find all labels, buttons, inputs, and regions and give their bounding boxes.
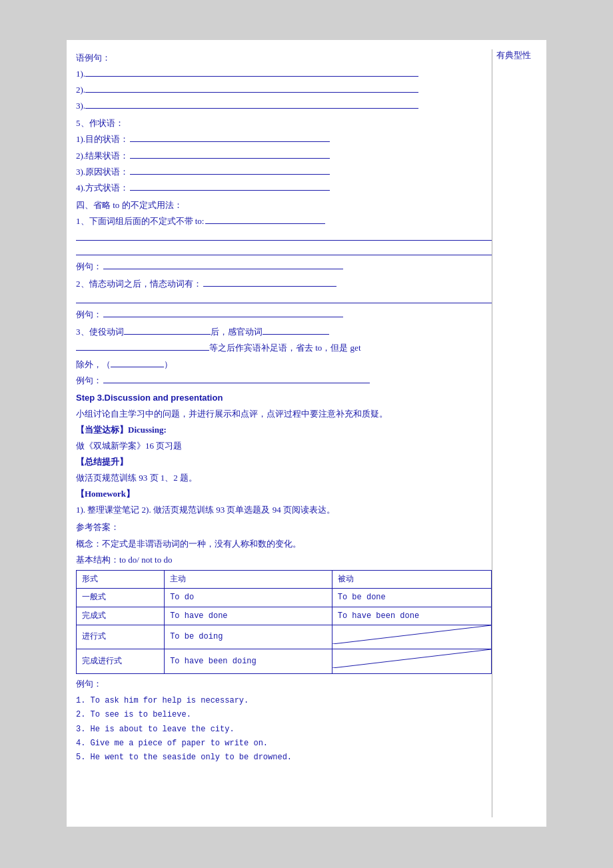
table-row-4-form: 完成进行式 [77, 649, 165, 673]
s5-item-2: 2).结果状语： [76, 149, 492, 163]
example-5: 5. He went to the seaside only to be dro… [76, 751, 492, 764]
table-row-4: 完成进行式 To have been doing [77, 649, 492, 673]
zongjie-desc-row: 做活页规范训练 93 页 1、2 题。 [76, 471, 492, 485]
slash-svg-2 [332, 649, 491, 668]
liju2-row: 例句： [76, 307, 492, 322]
zongjie-row: 【总结提升】 [76, 455, 492, 469]
concept-desc: 概念：不定式是非谓语动词的一种，没有人称和数的变化。 [76, 537, 301, 551]
step3-title: Step 3.Discussion and presentation [76, 391, 223, 405]
homework-label: 【Homework】 [76, 487, 135, 501]
s4-line-2 [76, 246, 492, 255]
s5-item-1-underline [130, 133, 330, 142]
item-2-underline [85, 83, 418, 93]
structure-row: 基本结构：to do/ not to do [76, 553, 492, 567]
table-header-passive: 被动 [332, 570, 491, 588]
s5-label: 5、作状语： [76, 116, 124, 131]
s5-item-3: 3).原因状语： [76, 165, 492, 179]
sidebar-label: 有典型性 [496, 50, 531, 60]
s4-2-line [76, 294, 492, 303]
liju3-row: 例句： [76, 373, 492, 388]
zongjie-desc: 做活页规范训练 93 页 1、2 题。 [76, 471, 197, 485]
homework-row: 【Homework】 [76, 487, 492, 501]
s4-3-post: 等之后作宾语补足语，省去 to，但是 get [209, 341, 361, 355]
table-row-3-form: 进行式 [77, 625, 165, 649]
svg-line-1 [332, 649, 491, 668]
yuliju-label: 语例句： [76, 51, 111, 65]
dangtang-desc: 做《双城新学案》16 页习题 [76, 439, 182, 453]
homework-desc-row: 1). 整理课堂笔记 2). 做活页规范训练 93 页单选题及 94 页阅读表达… [76, 503, 492, 517]
example-label: 例句： [76, 677, 102, 691]
item-3-underline [85, 99, 418, 109]
liju3-underline [103, 374, 370, 383]
s4-3-blank1 [124, 325, 211, 335]
main-content: 语例句： 1). 2). 3). 5、作状语： 1).目的状语： 2).结果状语… [76, 49, 492, 817]
s4-2-blank [76, 294, 492, 303]
page: 语例句： 1). 2). 3). 5、作状语： 1).目的状语： 2).结果状语… [67, 40, 546, 827]
liju3-label: 例句： [76, 373, 102, 388]
liju1-underline [103, 260, 343, 269]
item-1-underline [85, 67, 418, 77]
item-2-label: 2). [76, 83, 85, 97]
table-row-1-form: 一般式 [77, 589, 165, 607]
item-1-label: 1). [76, 67, 85, 81]
dangtang-desc-row: 做《双城新学案》16 页习题 [76, 439, 492, 453]
s4-2-row: 2、情态动词之后，情态动词有： [76, 277, 492, 291]
s4-1-label: 1、下面词组后面的不定式不带 to: [76, 214, 204, 229]
example-4: 4. Give me a piece of paper to write on. [76, 737, 492, 750]
table-row-2-active: To have done [165, 607, 332, 625]
s4-line-1 [76, 231, 492, 241]
slash-svg-1 [332, 625, 491, 644]
s5-item-4-underline [130, 181, 330, 191]
infinitive-table: 形式 主动 被动 一般式 To do To be done 完成式 To hav… [76, 570, 492, 674]
table-row-3: 进行式 To be doing [77, 625, 492, 649]
s4-blank-lines [76, 231, 492, 255]
s4-3-row3: 除外，（ ） [76, 357, 492, 372]
step3-desc-row: 小组讨论自主学习中的问题，并进行展示和点评，点评过程中要注意补充和质疑。 [76, 407, 492, 421]
example-1: 1. To ask him for help is necessary. [76, 694, 492, 707]
s4-2-underline [203, 277, 336, 287]
ref-row: 参考答案： [76, 520, 492, 535]
table-row-2: 完成式 To have done To have been done [77, 607, 492, 625]
svg-line-0 [332, 625, 491, 644]
example-list: 1. To ask him for help is necessary. 2. … [76, 694, 492, 765]
s4-3-close: ） [164, 357, 173, 372]
ref-label: 参考答案： [76, 520, 119, 535]
table-row-1: 一般式 To do To be done [77, 589, 492, 607]
s4-3-paren-blank [111, 358, 164, 367]
liju2-underline [103, 308, 343, 317]
s5-item-1-label: 1).目的状语： [76, 132, 129, 147]
step3-title-row: Step 3.Discussion and presentation [76, 391, 492, 405]
liju1-label: 例句： [76, 259, 102, 274]
item-2: 2). [76, 83, 492, 97]
step3-desc: 小组讨论自主学习中的问题，并进行展示和点评，点评过程中要注意补充和质疑。 [76, 407, 388, 421]
table-row-2-form: 完成式 [77, 607, 165, 625]
liju1-row: 例句： [76, 259, 492, 274]
table-header-active: 主动 [165, 570, 332, 588]
s4-3-row2: 等之后作宾语补足语，省去 to，但是 get [76, 341, 492, 355]
s5-item-3-label: 3).原因状语： [76, 165, 129, 179]
liju2-label: 例句： [76, 307, 102, 322]
s4-3-pre: 3、使役动词 [76, 325, 124, 339]
table-row-3-slash [332, 625, 491, 649]
concept-row: 概念：不定式是非谓语动词的一种，没有人称和数的变化。 [76, 537, 492, 551]
item-1: 1). [76, 67, 492, 81]
dangtang-label: 【当堂达标】Dicussing: [76, 423, 167, 437]
table-header-row: 形式 主动 被动 [77, 570, 492, 588]
s5-item-4-label: 4).方式状语： [76, 181, 129, 195]
s4-1-row: 1、下面词组后面的不定式不带 to: [76, 214, 492, 229]
s5-item-4: 4).方式状语： [76, 181, 492, 195]
s4-3-end: 除外，（ [76, 357, 111, 372]
example-label-row: 例句： [76, 677, 492, 691]
table-row-4-active: To have been doing [165, 649, 332, 673]
s5-section: 5、作状语： [76, 116, 492, 131]
s4-3-row: 3、使役动词 后，感官动词 [76, 325, 492, 339]
item-3: 3). [76, 99, 492, 113]
dangtang-row: 【当堂达标】Dicussing: [76, 423, 492, 437]
s4-3-blank3 [76, 341, 209, 351]
structure-label: 基本结构：to do/ not to do [76, 553, 172, 567]
s4-label: 四、省略 to 的不定式用法： [76, 198, 183, 213]
table-row-1-active: To do [165, 589, 332, 607]
s4-1-underline [205, 215, 325, 224]
s5-item-1: 1).目的状语： [76, 132, 492, 147]
table-header-form: 形式 [77, 570, 165, 588]
